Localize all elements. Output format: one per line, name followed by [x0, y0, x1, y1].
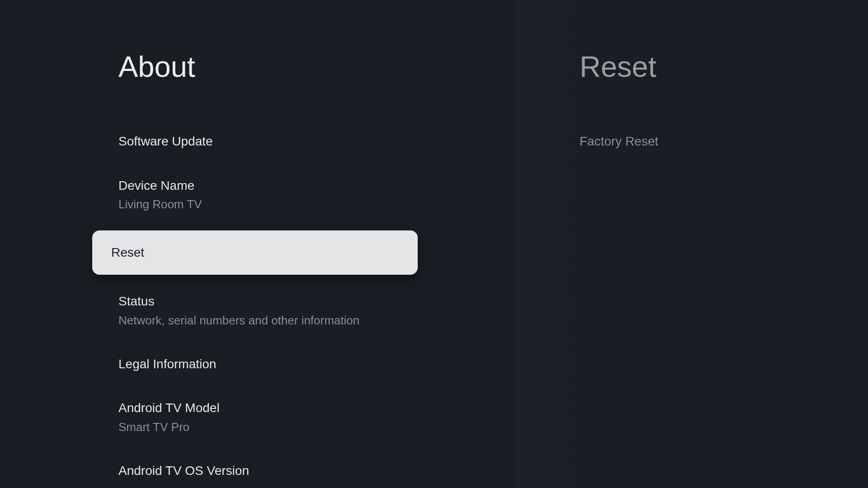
reset-item[interactable]: Reset: [92, 230, 418, 275]
software-update-item[interactable]: Software Update: [118, 127, 514, 156]
settings-container: About Software Update Device Name Living…: [0, 0, 868, 488]
android-tv-model-value: Smart TV Pro: [118, 420, 514, 434]
android-tv-os-version-label: Android TV OS Version: [118, 463, 514, 479]
factory-reset-item[interactable]: Factory Reset: [580, 127, 868, 156]
factory-reset-label: Factory Reset: [580, 134, 868, 149]
reset-title: Reset: [580, 50, 868, 84]
about-title: About: [118, 50, 514, 84]
legal-information-item[interactable]: Legal Information: [118, 349, 514, 379]
software-update-label: Software Update: [118, 134, 514, 149]
status-label: Status: [118, 294, 514, 309]
android-tv-os-version-item[interactable]: Android TV OS Version: [118, 456, 514, 479]
reset-label: Reset: [111, 245, 400, 260]
about-list: Software Update Device Name Living Room …: [118, 127, 514, 479]
device-name-item[interactable]: Device Name Living Room TV: [118, 171, 514, 219]
status-item[interactable]: Status Network, serial numbers and other…: [118, 286, 514, 335]
android-tv-model-label: Android TV Model: [118, 400, 514, 416]
device-name-label: Device Name: [118, 178, 514, 193]
device-name-value: Living Room TV: [118, 197, 514, 211]
reset-panel: Reset Factory Reset: [514, 0, 868, 488]
legal-information-label: Legal Information: [118, 357, 514, 372]
android-tv-model-item[interactable]: Android TV Model Smart TV Pro: [118, 393, 514, 441]
about-panel: About Software Update Device Name Living…: [0, 0, 514, 488]
status-sub: Network, serial numbers and other inform…: [118, 314, 514, 328]
reset-list: Factory Reset: [580, 127, 868, 156]
